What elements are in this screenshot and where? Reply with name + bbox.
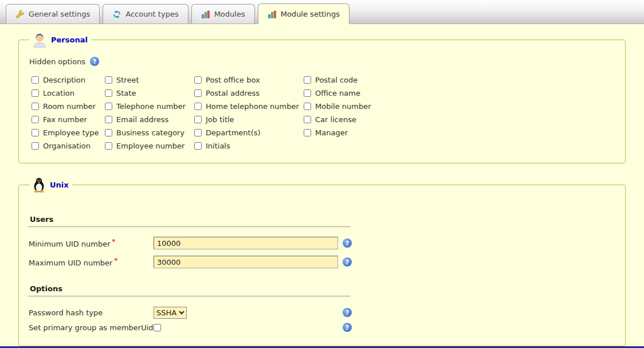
hidden-options-label: Hidden options [29, 57, 85, 66]
hidden-option[interactable]: Post office box [194, 73, 304, 87]
help-icon[interactable]: ? [343, 238, 352, 248]
hidden-option[interactable]: Employee number [105, 139, 194, 153]
hidden-option[interactable]: Mobile number [304, 100, 371, 113]
hidden-option-label: State [116, 89, 136, 97]
field-control [154, 237, 343, 249]
hidden-option[interactable]: Organisation [32, 139, 105, 153]
hidden-option-checkbox[interactable] [105, 142, 112, 150]
hidden-option-checkbox[interactable] [105, 116, 112, 123]
hidden-option[interactable]: Street [105, 73, 194, 87]
hidden-option-checkbox[interactable] [304, 103, 311, 110]
min-uid-row: Minimum UID number* ? [29, 236, 616, 250]
field-control [154, 324, 343, 331]
hidden-option-checkbox[interactable] [105, 103, 112, 110]
tab-module-settings[interactable]: Module settings [258, 3, 350, 24]
hidden-option-checkbox[interactable] [304, 116, 311, 123]
hidden-option-label: Car license [315, 115, 356, 124]
tab-account-types[interactable]: Account types [103, 4, 188, 24]
help-icon[interactable]: ? [90, 57, 99, 66]
options-section-header: Options [29, 283, 350, 296]
tab-modules[interactable]: Modules [191, 4, 255, 24]
hidden-option[interactable]: Postal address [194, 87, 304, 100]
tab-label: Modules [214, 10, 245, 18]
hidden-option[interactable]: Employee type [32, 126, 105, 139]
hidden-option[interactable]: Telephone number [105, 100, 194, 113]
hidden-option[interactable]: Location [32, 87, 105, 100]
hidden-option-checkbox[interactable] [105, 76, 112, 84]
hidden-option-label: Job title [206, 115, 234, 124]
hidden-option-checkbox[interactable] [194, 142, 202, 150]
hidden-option-checkbox[interactable] [32, 76, 39, 84]
required-asterisk: * [114, 257, 117, 264]
checkbox-column: Postal code Office name Mobile number Ca… [304, 73, 371, 153]
hidden-option-checkbox[interactable] [32, 129, 39, 136]
tab-general-settings[interactable]: General settings [6, 4, 100, 24]
hidden-option-label: Street [116, 76, 139, 84]
hidden-option[interactable]: Postal code [304, 73, 371, 87]
hidden-option-checkbox[interactable] [32, 116, 39, 123]
hidden-option-label: Manager [315, 128, 348, 137]
hidden-option-checkbox[interactable] [32, 142, 39, 150]
hidden-option-checkbox[interactable] [32, 103, 39, 110]
hidden-option-label: Office name [315, 89, 360, 97]
unix-title: Unix [50, 181, 69, 189]
hidden-option[interactable]: Department(s) [194, 126, 304, 139]
min-uid-input[interactable] [154, 237, 338, 249]
max-uid-input[interactable] [154, 256, 338, 268]
hidden-option-label: Mobile number [315, 102, 371, 111]
hidden-option-checkbox[interactable] [304, 129, 311, 136]
hidden-option-label: Postal address [206, 89, 260, 97]
hidden-option-checkbox[interactable] [105, 129, 112, 136]
checkbox-column: Description Location Room number Fax num… [32, 73, 105, 153]
personal-title: Personal [51, 36, 88, 44]
hidden-option-checkbox[interactable] [105, 89, 112, 97]
hidden-option[interactable]: Manager [304, 126, 371, 139]
hidden-option[interactable]: Initials [194, 139, 304, 153]
hidden-option[interactable]: Job title [194, 113, 304, 126]
hidden-options-grid: Description Location Room number Fax num… [32, 73, 616, 153]
member-uid-row: Set primary group as memberUid ? [29, 320, 616, 334]
hidden-option-label: Employee number [116, 142, 184, 150]
hidden-option[interactable]: Fax number [32, 113, 105, 126]
hidden-option[interactable]: Description [32, 73, 105, 87]
hidden-option-checkbox[interactable] [304, 89, 311, 97]
password-hash-select[interactable]: SSHA [154, 307, 187, 319]
help-icon[interactable]: ? [343, 323, 352, 332]
hidden-option[interactable]: State [105, 87, 194, 100]
help-icon[interactable]: ? [343, 257, 352, 267]
checkbox-column: Post office box Postal address Home tele… [194, 73, 304, 153]
tab-bar: General settings Account types Modules [0, 0, 644, 24]
hidden-option-checkbox[interactable] [194, 76, 202, 84]
field-label-text: Minimum UID number [29, 240, 111, 248]
required-asterisk: * [112, 238, 116, 245]
hidden-option[interactable]: Office name [304, 87, 371, 100]
max-uid-label: Maximum UID number* [29, 257, 154, 267]
field-label-text: Maximum UID number [29, 259, 112, 267]
hidden-option-label: Location [43, 89, 74, 97]
hidden-option-checkbox[interactable] [194, 103, 202, 110]
hidden-option-checkbox[interactable] [194, 116, 202, 123]
hidden-option-label: Room number [43, 102, 96, 111]
chart-icon [201, 10, 210, 19]
help-icon[interactable]: ? [343, 308, 352, 317]
hidden-option[interactable]: Room number [32, 100, 105, 113]
hidden-option-label: Post office box [206, 76, 260, 84]
field-control: SSHA [154, 307, 343, 319]
unix-legend: Unix [29, 177, 72, 193]
hidden-option-label: Description [43, 76, 85, 84]
hidden-option[interactable]: Home telephone number [194, 100, 304, 113]
password-hash-label: Password hash type [29, 308, 154, 317]
hidden-option-checkbox[interactable] [194, 89, 202, 97]
personal-fieldset: Personal Hidden options ? Description Lo… [18, 32, 626, 163]
hidden-option-checkbox[interactable] [32, 89, 39, 97]
hidden-option-checkbox[interactable] [304, 76, 311, 84]
hidden-option[interactable]: Business category [105, 126, 194, 139]
wrench-icon [15, 10, 25, 19]
hidden-option[interactable]: Car license [304, 113, 371, 126]
hidden-option-checkbox[interactable] [194, 129, 202, 136]
hidden-option[interactable]: Email address [105, 113, 194, 126]
member-uid-checkbox[interactable] [154, 324, 161, 331]
password-hash-row: Password hash type SSHA ? [29, 306, 616, 319]
tab-label: Module settings [281, 10, 340, 18]
hidden-option-label: Employee type [43, 128, 99, 137]
